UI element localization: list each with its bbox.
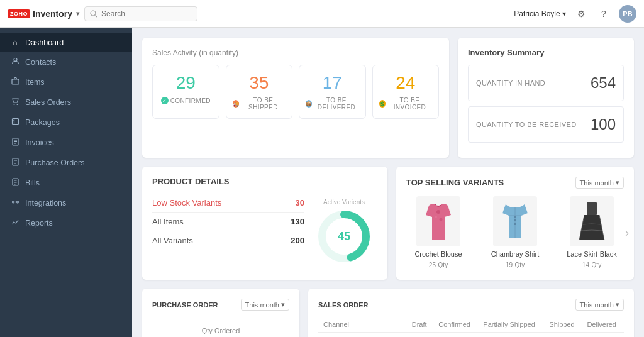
inventory-summary-card: Inventory Summary QUANTITY IN HAND 654 Q… xyxy=(458,38,634,158)
ts-filter-btn[interactable]: This month ▾ xyxy=(575,177,624,189)
sidebar-item-purchase-orders[interactable]: Purchase Orders xyxy=(0,153,132,173)
sidebar-item-sales-orders[interactable]: Sales Orders xyxy=(0,92,132,113)
svg-point-16 xyxy=(440,218,443,221)
po-filter-btn[interactable]: This month ▾ xyxy=(241,299,289,311)
sidebar-label-purchase-orders: Purchase Orders xyxy=(25,158,84,167)
pd-list: Low Stock Variants 30 All Items 130 All … xyxy=(152,194,304,270)
avatar[interactable]: PB xyxy=(619,5,636,23)
invoiced-value: 24 xyxy=(379,73,433,93)
col-delivered: Delivered xyxy=(582,317,624,333)
activity-grid: 29 ✓ CONFIRMED 35 🚚 TO BE SHIPPED xyxy=(152,65,439,119)
svg-rect-20 xyxy=(587,202,597,215)
ts-product-2: Chambray Shirt 19 Qty xyxy=(483,196,547,269)
sidebar-item-packages[interactable]: Packages xyxy=(0,113,132,133)
col-channel: Channel xyxy=(318,317,407,333)
donut-value: 45 xyxy=(338,230,350,243)
confirmed-dot: ✓ xyxy=(161,97,169,104)
sidebar-label-items: Items xyxy=(25,78,45,87)
sidebar-label-contacts: Contacts xyxy=(25,58,56,67)
so-cell-shipped-1: 60 xyxy=(544,333,582,338)
sidebar-label-bills: Bills xyxy=(25,179,40,187)
so-cell-channel-1: Amazon Web Services xyxy=(318,333,407,338)
inv-value-hand: 654 xyxy=(591,74,616,92)
invoiced-dot: 💲 xyxy=(379,100,386,108)
so-cell-partial-1: 55 xyxy=(478,333,544,338)
search-box[interactable] xyxy=(84,6,197,21)
sidebar-item-invoices[interactable]: Invoices xyxy=(0,133,132,153)
ts-product-3: Lace Skirt-Black 14 Qty xyxy=(560,196,624,269)
sidebar-item-reports[interactable]: Reports xyxy=(0,213,132,233)
svg-rect-17 xyxy=(514,216,516,218)
help-icon[interactable]: ? xyxy=(596,6,611,21)
sidebar-label-reports: Reports xyxy=(25,219,53,228)
so-filter-btn[interactable]: This month ▾ xyxy=(575,299,624,311)
brand-logo-area[interactable]: ZOHO Inventory ▾ xyxy=(8,9,79,19)
ts-img-3 xyxy=(570,196,614,246)
po-qty-section: Qty Ordered 250 xyxy=(152,321,289,337)
so-title: SALES ORDER xyxy=(318,301,368,309)
shipped-label: 🚚 TO BE SHIPPED xyxy=(233,97,286,111)
bills-icon xyxy=(10,178,20,188)
ts-qty-2: 19 Qty xyxy=(483,260,547,269)
contacts-icon xyxy=(10,57,20,67)
nav-left: ZOHO Inventory ▾ xyxy=(8,6,197,21)
col-shipped: Shipped xyxy=(544,317,582,333)
ts-products: Crochet Blouse 25 Qty xyxy=(406,196,624,269)
po-header: PURCHASE ORDER This month ▾ xyxy=(152,299,289,311)
invoiced-label: 💲 TO BE INVOICED xyxy=(379,97,433,111)
gear-icon[interactable]: ⚙ xyxy=(574,6,589,21)
nav-right: Patricia Boyle ▾ ⚙ ? PB xyxy=(514,5,636,23)
svg-point-14 xyxy=(436,210,440,214)
sidebar-label-dashboard: Dashboard xyxy=(25,38,64,47)
so-cell-delivered-1: 120 xyxy=(582,333,624,338)
sales-activity-card: Sales Activity (in quantity) 29 ✓ CONFIR… xyxy=(142,38,449,158)
sidebar-item-dashboard[interactable]: ⌂ Dashboard xyxy=(0,33,132,52)
sidebar: ⌂ Dashboard Contacts Items Sales Orders xyxy=(0,28,132,337)
sidebar-item-items[interactable]: Items xyxy=(0,72,132,92)
main-content: Sales Activity (in quantity) 29 ✓ CONFIR… xyxy=(132,28,644,337)
delivered-label: 📦 TO BE DELIVERED xyxy=(306,97,359,111)
col-confirmed: Confirmed xyxy=(433,317,478,333)
ts-product-1: Crochet Blouse 25 Qty xyxy=(406,196,470,269)
so-cell-confirmed-1: 25 xyxy=(433,333,478,338)
pd-label-low-stock: Low Stock Variants xyxy=(152,198,221,207)
chevron-down-icon: ▾ xyxy=(281,301,285,309)
top-selling-card: TOP SELLING VARIANTS This month ▾ xyxy=(396,167,634,280)
next-arrow-icon[interactable]: › xyxy=(625,226,629,240)
svg-rect-18 xyxy=(514,219,516,221)
sidebar-item-bills[interactable]: Bills xyxy=(0,173,132,193)
product-details-inner: Low Stock Variants 30 All Items 130 All … xyxy=(152,194,377,270)
sidebar-item-contacts[interactable]: Contacts xyxy=(0,52,132,72)
ts-img-2 xyxy=(493,196,537,246)
pd-value-low-stock: 30 xyxy=(296,198,304,207)
pd-row-low-stock: Low Stock Variants 30 xyxy=(152,194,304,213)
user-name[interactable]: Patricia Boyle ▾ xyxy=(514,9,566,18)
chevron-down-icon: ▾ xyxy=(616,301,619,309)
pd-row-all-variants: All Variants 200 xyxy=(152,231,304,250)
sales-order-table: Channel Draft Confirmed Partially Shippe… xyxy=(318,317,624,337)
sidebar-item-integrations[interactable]: Integrations xyxy=(0,193,132,213)
svg-rect-6 xyxy=(12,119,18,125)
ts-name-3: Lace Skirt-Black xyxy=(560,250,624,258)
search-input[interactable] xyxy=(101,9,189,18)
sales-order-card: SALES ORDER This month ▾ Channel Draft C… xyxy=(308,289,634,337)
ts-name-1: Crochet Blouse xyxy=(406,250,470,258)
svg-point-10 xyxy=(12,201,14,203)
inv-label-hand: QUANTITY IN HAND xyxy=(476,79,545,87)
brand-dropdown-icon[interactable]: ▾ xyxy=(76,10,79,17)
top-row: Sales Activity (in quantity) 29 ✓ CONFIR… xyxy=(142,38,634,158)
ts-header: TOP SELLING VARIANTS This month ▾ xyxy=(406,177,624,189)
shipped-value: 35 xyxy=(233,73,286,93)
sidebar-label-invoices: Invoices xyxy=(25,138,54,147)
so-header: SALES ORDER This month ▾ xyxy=(318,299,624,311)
inv-row-received: QUANTITY TO BE RECEIVED 100 xyxy=(468,106,624,143)
ts-name-2: Chambray Shirt xyxy=(483,250,547,258)
items-icon xyxy=(10,77,20,87)
product-details-title: PRODUCT DETAILS xyxy=(152,177,377,186)
product-details-card: PRODUCT DETAILS Low Stock Variants 30 Al… xyxy=(142,167,387,280)
reports-icon xyxy=(10,218,20,228)
inv-label-received: QUANTITY TO BE RECEIVED xyxy=(476,121,577,128)
svg-rect-3 xyxy=(12,79,19,84)
purchase-orders-icon xyxy=(10,158,20,168)
svg-point-5 xyxy=(16,104,18,105)
